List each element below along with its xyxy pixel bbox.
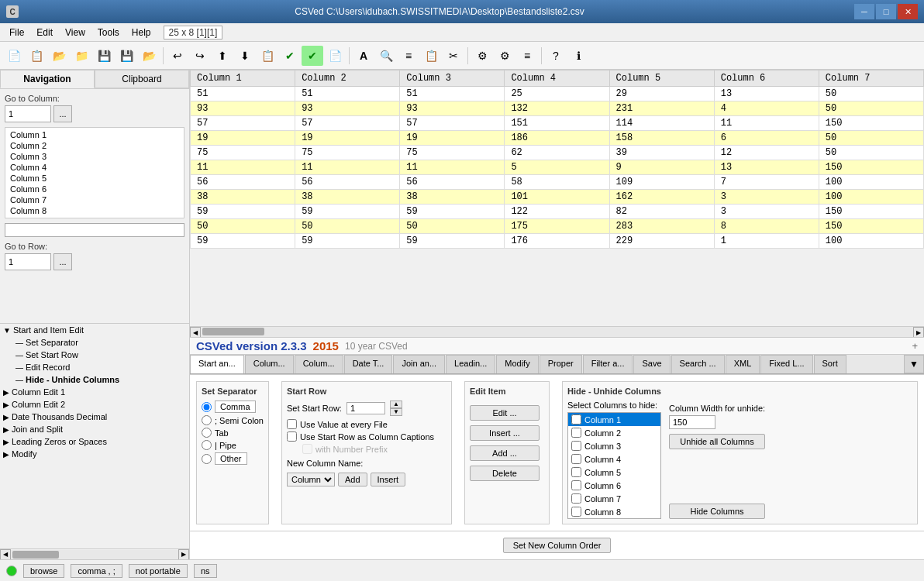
menu-view[interactable]: View <box>59 26 91 40</box>
table-cell[interactable]: 5 <box>505 160 609 175</box>
version-plus[interactable]: + <box>912 340 918 352</box>
col-header-4[interactable]: Column 4 <box>505 70 609 87</box>
tree-col-edit-2[interactable]: ▶ Column Edit 2 <box>0 398 189 411</box>
spin-down[interactable]: ▼ <box>390 408 402 416</box>
minimize-button[interactable]: ─ <box>854 4 874 19</box>
hu-col-1[interactable]: Column 1 <box>568 413 660 426</box>
hu-col-8[interactable]: Column 8 <box>568 505 660 518</box>
hu-col-6-check[interactable] <box>571 480 581 490</box>
tb-open[interactable]: 📂 <box>48 46 70 66</box>
hu-col-8-check[interactable] <box>571 507 581 517</box>
sep-pipe[interactable]: | Pipe <box>202 440 264 450</box>
hu-col-1-check[interactable] <box>571 414 581 425</box>
tb-info[interactable]: ℹ <box>567 46 589 66</box>
table-cell[interactable]: 50 <box>819 101 923 116</box>
table-row[interactable]: 1111115913150 <box>191 160 924 175</box>
goto-row-input[interactable] <box>5 253 51 270</box>
table-cell[interactable]: 59 <box>400 234 505 249</box>
table-cell[interactable]: 38 <box>400 190 505 205</box>
sep-pipe-radio[interactable] <box>202 440 212 450</box>
hide-cols-list[interactable]: Column 1 Column 2 Column 3 Column 4 Colu… <box>567 412 661 519</box>
add-col-button[interactable]: Add <box>338 473 367 486</box>
table-cell[interactable]: 109 <box>609 175 714 190</box>
table-cell[interactable]: 283 <box>609 219 714 234</box>
tb-cut[interactable]: ✂ <box>443 46 464 66</box>
table-row[interactable]: 939393132231450 <box>191 101 924 116</box>
table-cell[interactable]: 93 <box>191 101 295 116</box>
table-cell[interactable]: 93 <box>400 101 505 116</box>
table-cell[interactable]: 7 <box>714 175 819 190</box>
table-cell[interactable]: 122 <box>505 205 609 219</box>
table-cell[interactable]: 57 <box>295 116 400 131</box>
hu-col-7[interactable]: Column 7 <box>568 492 660 505</box>
table-cell[interactable]: 150 <box>819 205 923 219</box>
table-cell[interactable]: 50 <box>819 131 923 146</box>
hscroll-track[interactable] <box>11 550 178 559</box>
spin-up[interactable]: ▲ <box>390 401 402 408</box>
hu-col-3[interactable]: Column 3 <box>568 439 660 452</box>
table-cell[interactable]: 158 <box>609 131 714 146</box>
tree-set-separator[interactable]: — Set Separator <box>0 336 189 349</box>
table-cell[interactable]: 100 <box>819 234 923 249</box>
table-cell[interactable]: 13 <box>714 87 819 101</box>
goto-column-input[interactable] <box>5 105 51 122</box>
sep-comma[interactable]: Comma <box>202 401 264 413</box>
tb-redo[interactable]: ↪ <box>189 46 211 66</box>
table-row[interactable]: 5959591762291100 <box>191 234 924 249</box>
col-header-5[interactable]: Column 5 <box>609 70 714 87</box>
table-cell[interactable]: 19 <box>295 131 400 146</box>
col-header-6[interactable]: Column 6 <box>714 70 819 87</box>
table-cell[interactable]: 186 <box>505 131 609 146</box>
tab-modify[interactable]: Modify <box>496 355 538 373</box>
col-header-7[interactable]: Column 7 <box>819 70 923 87</box>
table-cell[interactable]: 6 <box>714 131 819 146</box>
table-cell[interactable]: 59 <box>295 205 400 219</box>
tab-save[interactable]: Save <box>633 355 670 373</box>
table-cell[interactable]: 56 <box>295 175 400 190</box>
menu-tools[interactable]: Tools <box>91 26 126 40</box>
sep-semi-radio[interactable] <box>202 415 212 425</box>
tb-doc[interactable]: 📄 <box>324 46 346 66</box>
tree-modify[interactable]: ▶ Modify <box>0 448 189 460</box>
tab-col1[interactable]: Colum... <box>245 355 294 373</box>
tree-hide-unhide[interactable]: — Hide - Unhide Columns <box>0 373 189 386</box>
table-cell[interactable]: 8 <box>714 219 819 234</box>
hu-col-5[interactable]: Column 5 <box>568 466 660 479</box>
menu-edit[interactable]: Edit <box>30 26 59 40</box>
col-header-3[interactable]: Column 3 <box>400 70 505 87</box>
table-cell[interactable]: 11 <box>191 160 295 175</box>
hu-col-7-check[interactable] <box>571 493 581 504</box>
tab-proper[interactable]: Proper <box>540 355 582 373</box>
table-cell[interactable]: 50 <box>819 87 923 101</box>
tab-xml[interactable]: XML <box>726 355 760 373</box>
table-cell[interactable]: 29 <box>609 87 714 101</box>
add-btn[interactable]: Add ... <box>470 445 540 461</box>
close-button[interactable]: ✕ <box>898 4 918 19</box>
table-cell[interactable]: 51 <box>295 87 400 101</box>
col-item-1[interactable]: Column 1 <box>7 129 182 140</box>
hscroll-thumb[interactable] <box>12 551 59 559</box>
table-cell[interactable]: 3 <box>714 205 819 219</box>
grid-hscroll-thumb[interactable] <box>202 328 264 335</box>
col-item-5[interactable]: Column 5 <box>7 173 182 184</box>
col-item-4[interactable]: Column 4 <box>7 162 182 173</box>
hu-col-2[interactable]: Column 2 <box>568 426 660 439</box>
tb-copy2[interactable]: 📋 <box>257 46 278 66</box>
table-cell[interactable]: 162 <box>609 190 714 205</box>
tab-clipboard[interactable]: Clipboard <box>95 70 189 88</box>
table-cell[interactable]: 132 <box>505 101 609 116</box>
tb-save[interactable]: 💾 <box>93 46 115 66</box>
table-cell[interactable]: 62 <box>505 146 609 160</box>
table-cell[interactable]: 50 <box>191 219 295 234</box>
col-width-input[interactable] <box>669 415 715 429</box>
delete-btn[interactable]: Delete <box>470 466 540 481</box>
table-cell[interactable]: 229 <box>609 234 714 249</box>
tb-prev[interactable]: ⬆ <box>212 46 233 66</box>
tab-search[interactable]: Search ... <box>671 355 725 373</box>
tab-join[interactable]: Join an... <box>393 355 445 373</box>
hu-col-6[interactable]: Column 6 <box>568 479 660 492</box>
table-cell[interactable]: 13 <box>714 160 819 175</box>
hu-col-5-check[interactable] <box>571 467 581 477</box>
table-cell[interactable]: 39 <box>609 146 714 160</box>
table-cell[interactable]: 1 <box>714 234 819 249</box>
